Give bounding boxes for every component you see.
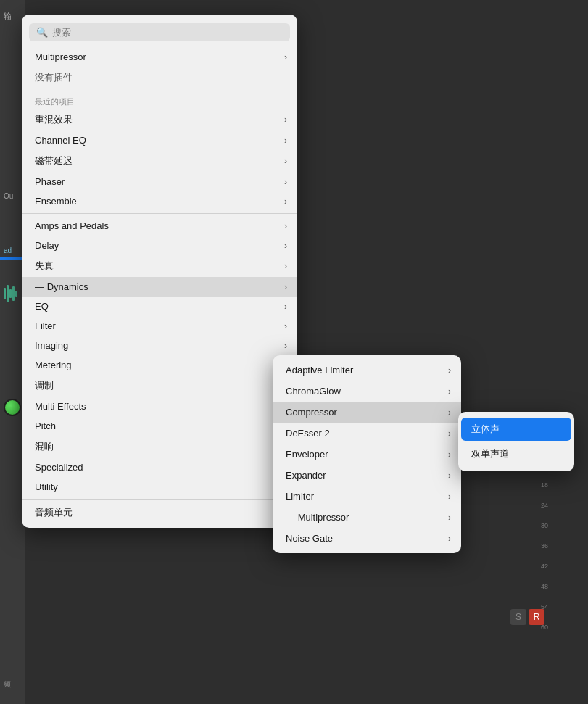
- menu-item-amps[interactable]: Amps and Pedals ›: [22, 216, 297, 236]
- menu-section-recent: 最近的项目: [22, 94, 297, 109]
- daw-green-knob[interactable]: [4, 399, 21, 416]
- menu-item-label: 混响: [35, 440, 54, 453]
- meter-label-36: 36: [541, 542, 548, 550]
- submenu-arrow: ›: [284, 282, 287, 292]
- menu-item-remix[interactable]: 重混效果 ›: [22, 109, 297, 131]
- submenu-item-enveloper[interactable]: Enveloper ›: [273, 444, 461, 465]
- menu-item-pitch[interactable]: Pitch ›: [22, 416, 297, 436]
- submenu-arrow: ›: [284, 341, 287, 351]
- submenu-item-label: Expander: [286, 470, 326, 481]
- menu-item-imaging[interactable]: Imaging ›: [22, 336, 297, 355]
- submenu-arrow: ›: [284, 321, 287, 331]
- submenu-arrow: ›: [284, 302, 287, 312]
- menu-item-label: 失真: [35, 260, 54, 273]
- menu-item-modulation[interactable]: 调制 ›: [22, 375, 297, 397]
- menu-item-metering[interactable]: Metering ›: [22, 355, 297, 375]
- submenu-item-expander[interactable]: Expander ›: [273, 465, 461, 486]
- submenu-item-limiter[interactable]: Limiter ›: [273, 486, 461, 507]
- submenu-item-label: DeEsser 2: [286, 428, 330, 439]
- submenu-arrow: ›: [448, 407, 451, 418]
- menu-item-tape-delay[interactable]: 磁带延迟 ›: [22, 150, 297, 172]
- menu-item-label: EQ: [35, 301, 49, 312]
- menu-item-distortion[interactable]: 失真 ›: [22, 255, 297, 277]
- submenu-arrow: ›: [284, 261, 287, 271]
- dynamics-submenu-panel: Adaptive Limiter › ChromaGlow › Compress…: [273, 355, 461, 553]
- menu-item-label: Multi Effects: [35, 401, 86, 412]
- submenu-arrow: ›: [284, 52, 287, 62]
- search-icon: 🔍: [36, 27, 48, 38]
- submenu-item-label: Enveloper: [286, 449, 328, 460]
- submenu-arrow: ›: [448, 492, 451, 502]
- submenu-arrow: ›: [448, 534, 451, 544]
- menu-item-label: Amps and Pedals: [35, 220, 109, 231]
- daw-r-button[interactable]: R: [529, 609, 544, 625]
- submenu-item-label: Adaptive Limiter: [286, 365, 353, 376]
- menu-item-label: Metering: [35, 360, 72, 370]
- menu-divider-3: [22, 499, 297, 500]
- menu-item-utility[interactable]: Utility ›: [22, 477, 297, 497]
- menu-item-dynamics[interactable]: — Dynamics ›: [22, 277, 297, 297]
- meter-label-24: 24: [541, 502, 548, 509]
- menu-item-label: 重混效果: [35, 113, 73, 126]
- menu-item-label: Imaging: [35, 340, 68, 351]
- submenu-item-deesser2[interactable]: DeEsser 2 ›: [273, 423, 461, 444]
- menu-item-label: 调制: [35, 379, 54, 392]
- meter-label-30: 30: [541, 522, 548, 529]
- submenu-item-label: Limiter: [286, 491, 314, 502]
- submenu-arrow: ›: [284, 241, 287, 251]
- menu-item-no-plugin[interactable]: 没有插件: [22, 67, 297, 88]
- submenu-item-compressor[interactable]: Compressor ›: [273, 402, 461, 423]
- daw-out-label: Ou: [4, 192, 13, 200]
- menu-item-ensemble[interactable]: Ensemble ›: [22, 191, 297, 211]
- menu-item-label: 音频单元: [35, 506, 73, 519]
- submenu-item-adaptive-limiter[interactable]: Adaptive Limiter ›: [273, 360, 461, 381]
- menu-item-label: Pitch: [35, 421, 56, 431]
- menu-item-phaser[interactable]: Phaser ›: [22, 172, 297, 191]
- submenu2-item-label: 双单声道: [471, 447, 509, 460]
- menu-item-label: Phaser: [35, 176, 65, 187]
- menu-divider-2: [22, 213, 297, 214]
- submenu-arrow: ›: [284, 156, 287, 166]
- main-menu-panel: 🔍 Multipressor › 没有插件 最近的项目 重混效果 › Chann…: [22, 15, 297, 528]
- submenu2-item-stereo[interactable]: 立体声: [461, 418, 571, 441]
- menu-item-specialized[interactable]: Specialized ›: [22, 457, 297, 477]
- menu-item-reverb[interactable]: 混响 ›: [22, 436, 297, 457]
- menu-item-delay[interactable]: Delay ›: [22, 236, 297, 255]
- menu-item-audio-units[interactable]: 音频单元 ›: [22, 502, 297, 523]
- submenu-arrow: ›: [284, 221, 287, 231]
- meter-label-42: 42: [541, 563, 548, 570]
- daw-ad-label: ad: [4, 247, 12, 254]
- menu-item-label: Channel EQ: [35, 135, 86, 146]
- submenu2-item-dual-mono[interactable]: 双单声道: [461, 442, 571, 465]
- menu-item-multipressor[interactable]: Multipressor ›: [22, 47, 297, 67]
- search-input[interactable]: [52, 27, 283, 38]
- menu-item-multi-effects[interactable]: Multi Effects ›: [22, 397, 297, 416]
- menu-item-label: Utility: [35, 481, 58, 492]
- menu-item-channel-eq[interactable]: Channel EQ ›: [22, 131, 297, 150]
- menu-item-label: 磁带延迟: [35, 154, 73, 167]
- menu-item-label: Delay: [35, 240, 59, 251]
- submenu-item-chromaglow[interactable]: ChromaGlow ›: [273, 381, 461, 402]
- menu-divider-1: [22, 91, 297, 91]
- daw-s-button[interactable]: S: [510, 609, 526, 625]
- submenu-item-multipressor[interactable]: — Multipressor ›: [273, 507, 461, 528]
- compressor-submenu-panel: 立体声 双单声道: [458, 412, 574, 471]
- submenu-arrow: ›: [448, 428, 451, 439]
- menu-item-label: — Dynamics: [35, 281, 88, 292]
- menu-container: 🔍 Multipressor › 没有插件 最近的项目 重混效果 › Chann…: [22, 15, 297, 528]
- submenu-arrow: ›: [448, 386, 451, 397]
- submenu-item-label: Noise Gate: [286, 533, 333, 544]
- daw-input-label: 输: [4, 11, 12, 22]
- menu-item-label: Filter: [35, 320, 56, 331]
- menu-item-filter[interactable]: Filter ›: [22, 316, 297, 336]
- menu-item-eq[interactable]: EQ ›: [22, 297, 297, 316]
- section-header-label: 最近的项目: [35, 96, 75, 107]
- submenu-item-noise-gate[interactable]: Noise Gate ›: [273, 528, 461, 549]
- submenu-arrow: ›: [284, 115, 287, 125]
- submenu2-item-label: 立体声: [471, 423, 500, 436]
- menu-item-label: Multipressor: [35, 51, 86, 62]
- menu-item-label: Specialized: [35, 462, 83, 473]
- search-bar[interactable]: 🔍: [29, 23, 290, 41]
- submenu-item-label: ChromaGlow: [286, 386, 341, 397]
- meter-label-48: 48: [541, 583, 548, 590]
